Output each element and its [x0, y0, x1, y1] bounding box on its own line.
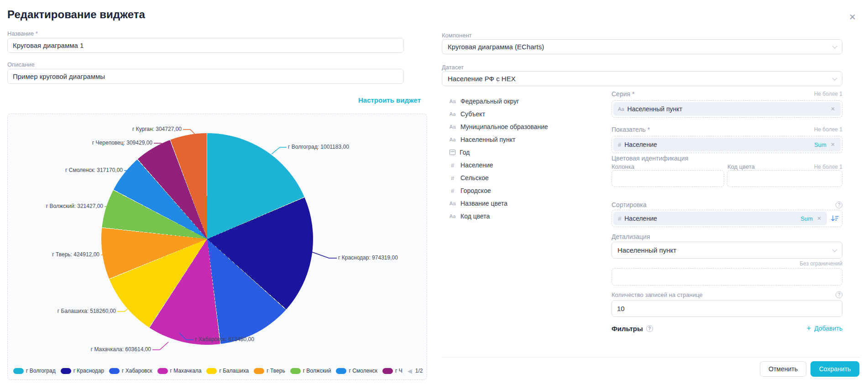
dataset-value: Население РФ с HEX: [448, 75, 833, 83]
sort-descending-icon[interactable]: [831, 215, 839, 222]
legend-item[interactable]: г Хабаровск: [109, 368, 152, 374]
legend-label: г Смоленск: [349, 368, 377, 374]
legend-item[interactable]: г Ч: [382, 368, 403, 374]
description-label: Описание: [7, 61, 35, 68]
dataset-select[interactable]: Население РФ с HEX: [442, 71, 842, 86]
pie-slice-label: г Балашиха: 518260,00: [58, 308, 116, 314]
configure-widget-link[interactable]: Настроить виджет: [358, 96, 421, 104]
legend-swatch: [290, 368, 301, 374]
dataset-field-7[interactable]: #Сельское: [449, 171, 599, 184]
field-label: Субъект: [460, 110, 485, 118]
aggregation-badge[interactable]: Sum: [800, 215, 813, 222]
pie-slice-label: г Курган: 304727,00: [132, 126, 182, 132]
metric-label: Показатель *: [612, 126, 650, 133]
text-type-icon: Аа: [449, 111, 456, 117]
extra-dropzone[interactable]: [612, 268, 842, 285]
legend-label: г Краснодар: [73, 368, 104, 374]
legend-pager: ◀1/2▶: [408, 368, 424, 374]
legend-item[interactable]: г Смоленск: [336, 368, 377, 374]
legend-item[interactable]: г Тверь: [254, 368, 285, 374]
cancel-button[interactable]: Отменить: [760, 361, 806, 377]
dataset-field-9[interactable]: АаНазвание цвета: [449, 197, 599, 210]
aggregation-badge[interactable]: Sum: [814, 141, 826, 148]
series-chip[interactable]: Аа Населенный пункт: [613, 102, 841, 116]
dataset-field-1[interactable]: АаФедеральный округ: [449, 95, 599, 108]
close-icon[interactable]: ✕: [847, 12, 858, 23]
field-label: Муниципальное образование: [460, 123, 548, 130]
sorting-chip[interactable]: # Население Sum: [613, 212, 827, 225]
sorting-dropzone[interactable]: # Население Sum: [612, 210, 842, 227]
legend-item[interactable]: г Краснодар: [61, 368, 104, 374]
legend-item[interactable]: г Волгоград: [13, 368, 56, 374]
dataset-field-4[interactable]: АаНаселенный пункт: [449, 133, 599, 146]
legend-swatch: [254, 368, 264, 374]
dataset-field-6[interactable]: #Население: [449, 159, 599, 171]
legend-swatch: [382, 368, 393, 374]
pie-slice-label: г Волгоград: 1001183,00: [288, 144, 349, 150]
legend-label: г Махачкала: [170, 368, 202, 374]
chart-legend: г Волгоградг Краснодарг Хабаровскг Махач…: [13, 366, 424, 376]
color-code-dropzone[interactable]: [727, 170, 842, 187]
page-size-input[interactable]: [612, 300, 842, 317]
legend-item[interactable]: г Махачкала: [157, 368, 202, 374]
legend-label: г Хабаровск: [122, 368, 152, 374]
component-select[interactable]: Круговая диаграмма (ECharts): [442, 39, 842, 54]
plus-icon: [806, 324, 811, 333]
text-type-icon: Аа: [618, 106, 624, 112]
help-icon[interactable]: [646, 325, 653, 332]
sorting-label: Сортировка: [612, 201, 647, 208]
series-chip-label: Населенный пункт: [627, 105, 682, 113]
help-icon[interactable]: [836, 202, 842, 208]
filters-label: Фильтры: [612, 325, 643, 332]
help-icon[interactable]: [836, 291, 842, 298]
field-label: Городское: [460, 187, 491, 194]
legend-swatch: [61, 368, 71, 374]
legend-label: г Тверь: [267, 368, 285, 374]
sorting-chip-label: Население: [624, 215, 657, 222]
metric-chip[interactable]: # Население Sum: [613, 138, 841, 151]
no-limit-hint: Без ограничений: [800, 260, 842, 267]
color-ident-label: Цветовая идентификация: [612, 155, 688, 162]
series-dropzone[interactable]: Аа Населенный пункт: [612, 100, 842, 118]
pie-slice-label: г Волжский: 321427,00: [46, 203, 103, 209]
page-size-label: Количество записей на странице: [612, 291, 702, 298]
metric-dropzone[interactable]: # Население Sum: [612, 136, 842, 153]
add-filter-button[interactable]: Добавить: [806, 324, 842, 333]
field-label: Федеральный округ: [460, 98, 519, 105]
component-label: Компонент: [442, 32, 472, 39]
legend-swatch: [157, 368, 168, 374]
dataset-field-5[interactable]: Год: [449, 146, 599, 159]
color-code-label: Код цвета: [727, 163, 755, 170]
dataset-field-2[interactable]: АаСубъект: [449, 108, 599, 120]
name-input[interactable]: [7, 38, 404, 53]
widget-preview-panel: г Волгоградг Краснодарг Хабаровскг Махач…: [7, 114, 427, 380]
text-type-icon: Аа: [449, 201, 456, 206]
color-column-dropzone[interactable]: [612, 170, 724, 187]
pie-slice-label: г Краснодар: 974319,00: [338, 254, 398, 261]
text-type-icon: Аа: [449, 124, 456, 130]
legend-prev-icon[interactable]: ◀: [408, 368, 412, 374]
footer-divider: [442, 357, 861, 358]
chevron-down-icon: [832, 43, 837, 48]
dataset-label: Датасет: [442, 64, 464, 71]
legend-item[interactable]: г Балашиха: [206, 368, 249, 374]
name-label: Название *: [7, 30, 38, 37]
legend-swatch: [206, 368, 217, 374]
save-button[interactable]: Сохранить: [810, 361, 859, 377]
legend-page-indicator: 1/2: [415, 368, 423, 374]
chevron-down-icon: [832, 75, 837, 80]
remove-icon[interactable]: [830, 141, 836, 148]
remove-icon[interactable]: [816, 215, 822, 222]
legend-label: г Волгоград: [26, 368, 56, 374]
remove-icon[interactable]: [830, 106, 836, 112]
number-type-icon: #: [618, 215, 621, 222]
dataset-field-3[interactable]: АаМуниципальное образование: [449, 120, 599, 133]
dataset-field-8[interactable]: #Городское: [449, 184, 599, 197]
number-type-icon: #: [449, 162, 456, 169]
series-label: Серия *: [612, 90, 634, 98]
legend-swatch: [109, 368, 120, 374]
dataset-field-10[interactable]: АаКод цвета: [449, 210, 599, 223]
detail-select[interactable]: Населенный пункт: [612, 242, 842, 259]
legend-item[interactable]: г Волжский: [290, 368, 331, 374]
description-input[interactable]: [7, 69, 404, 84]
